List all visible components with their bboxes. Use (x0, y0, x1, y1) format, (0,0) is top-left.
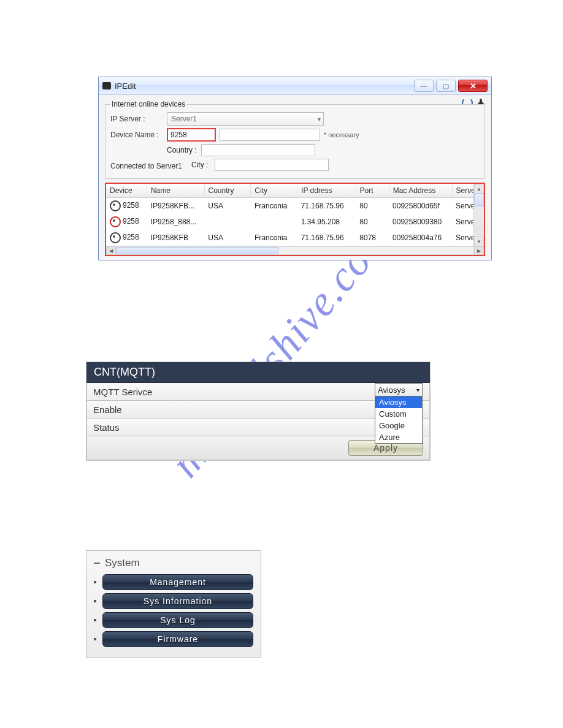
system-button[interactable]: Sys Information (102, 593, 253, 609)
country-label: Country : (167, 146, 197, 154)
ipedit-window: IPEdit — ▢ ✕ Connect Disconnect (98, 77, 492, 260)
select-dropdown: AviosysCustomGoogleAzure (375, 396, 423, 444)
mqtt-service-select[interactable]: Aviosys AviosysCustomGoogleAzure (375, 383, 423, 444)
hscroll-thumb[interactable] (117, 247, 278, 254)
system-item: Firmware (94, 631, 253, 647)
devices-group: Internet online devices IP Server : Serv… (105, 100, 485, 179)
city-input[interactable] (215, 159, 329, 171)
vertical-scrollbar[interactable]: ▲ ▼ (473, 184, 484, 246)
mqtt-service-label: MQTT Serivce (87, 384, 158, 400)
necessary-label: * necessary (324, 131, 359, 138)
group-title: Internet online devices (110, 100, 186, 108)
collapse-icon (94, 563, 100, 564)
select-option[interactable]: Custom (375, 408, 422, 420)
bullet-icon (94, 581, 96, 583)
col-ip[interactable]: IP ddress (297, 184, 356, 197)
col-port[interactable]: Port (356, 184, 389, 197)
hscroll-track[interactable] (116, 246, 474, 255)
ipserver-combo[interactable]: Server1 (167, 112, 324, 126)
bullet-icon (94, 638, 96, 640)
devicename-input-ext[interactable] (220, 129, 320, 141)
system-header[interactable]: System (94, 557, 253, 569)
table-row[interactable]: 9258IP9258KFB...USAFranconia71.168.75.96… (106, 198, 484, 214)
device-status-icon (110, 232, 121, 243)
device-status-icon (110, 216, 121, 227)
col-city[interactable]: City (251, 184, 297, 197)
grid-header: Device Name Country City IP ddress Port … (106, 184, 484, 198)
select-option[interactable]: Azure (375, 431, 422, 443)
system-button[interactable]: Management (102, 574, 253, 590)
scroll-down-icon[interactable]: ▼ (474, 237, 484, 246)
select-option[interactable]: Google (375, 420, 422, 431)
system-header-label: System (105, 557, 140, 569)
scroll-right-icon[interactable]: ▶ (474, 246, 484, 255)
select-current[interactable]: Aviosys (375, 383, 423, 396)
system-item: Sys Information (94, 593, 253, 609)
device-grid: Device Name Country City IP ddress Port … (105, 183, 485, 256)
col-device[interactable]: Device (106, 184, 147, 197)
system-item: Management (94, 574, 253, 590)
system-menu: System ManagementSys InformationSys LogF… (86, 550, 261, 658)
mqtt-header: CNT(MQTT) (86, 362, 430, 383)
system-button[interactable]: Sys Log (102, 612, 253, 628)
client-area: Connect Disconnect Search Internet onlin… (99, 95, 491, 260)
device-status-icon (110, 200, 121, 211)
app-icon (102, 82, 111, 89)
devicename-input[interactable]: 9258 (167, 128, 216, 142)
col-mac[interactable]: Mac Address (389, 184, 453, 197)
system-button[interactable]: Firmware (102, 631, 253, 647)
table-row[interactable]: 9258IP9258KFBUSAFranconia71.168.75.96807… (106, 230, 484, 246)
minimize-button[interactable]: — (414, 80, 434, 92)
table-row[interactable]: 9258IP9258_888...1.34.95.208800092580093… (106, 214, 484, 230)
close-button[interactable]: ✕ (458, 80, 488, 92)
bullet-icon (94, 619, 96, 621)
scroll-left-icon[interactable]: ◀ (106, 246, 116, 255)
city-label: City : (191, 161, 211, 169)
ipserver-label: IP Server : (110, 115, 163, 123)
system-item: Sys Log (94, 612, 253, 628)
maximize-button[interactable]: ▢ (436, 80, 456, 92)
scroll-up-icon[interactable]: ▲ (474, 184, 484, 194)
window-title: IPEdit (115, 82, 136, 91)
mqtt-status-label: Status (87, 420, 126, 435)
connection-status: Connected to Server1 (110, 162, 188, 170)
col-country[interactable]: Country (205, 184, 251, 197)
mqtt-panel: CNT(MQTT) MQTT Serivce Enable Status App… (86, 362, 431, 461)
mqtt-enable-label: Enable (87, 402, 128, 417)
bullet-icon (94, 600, 96, 602)
titlebar: IPEdit — ▢ ✕ (99, 77, 491, 95)
scroll-thumb[interactable] (474, 193, 484, 207)
select-option[interactable]: Aviosys (375, 396, 422, 408)
devicename-label: Device Name : (110, 131, 163, 139)
horizontal-scrollbar[interactable]: ◀ ▶ (106, 246, 484, 255)
col-name[interactable]: Name (147, 184, 205, 197)
country-input[interactable] (201, 144, 315, 156)
